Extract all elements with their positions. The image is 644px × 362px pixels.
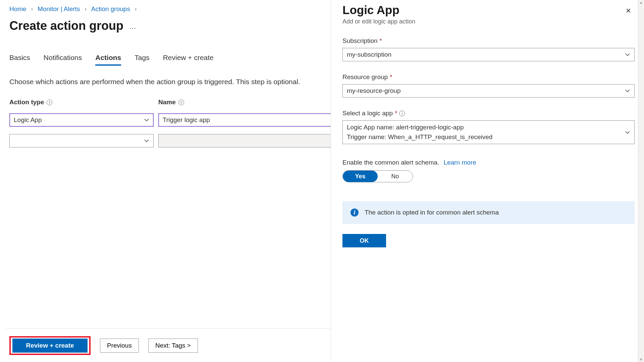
scrollbar[interactable]: ▲ ▼: [638, 0, 644, 362]
scroll-down-icon[interactable]: ▼: [640, 357, 643, 362]
col-header-name: Name: [158, 99, 176, 106]
toggle-yes[interactable]: Yes: [343, 171, 378, 182]
action-type-dropdown[interactable]: Logic App: [9, 113, 154, 127]
logic-app-panel: Logic App Add or edit logic app action ✕…: [331, 0, 644, 362]
subscription-label: Subscription: [342, 37, 378, 45]
chevron-right-icon: ›: [31, 6, 33, 12]
learn-more-link[interactable]: Learn more: [444, 159, 476, 166]
resource-group-value: my-resource-group: [347, 87, 401, 95]
more-actions-button[interactable]: ···: [129, 24, 136, 32]
panel-title: Logic App: [342, 3, 415, 17]
toggle-no[interactable]: No: [378, 171, 413, 182]
chevron-right-icon: ›: [135, 6, 137, 12]
action-type-value: Logic App: [14, 116, 42, 124]
chevron-down-icon: [625, 52, 630, 57]
notice-text: The action is opted in for common alert …: [365, 209, 499, 216]
logic-app-name-line: Logic App name: alert-triggered-logic-ap…: [347, 123, 492, 132]
select-logic-app-label: Select a logic app: [342, 110, 393, 117]
panel-subtitle: Add or edit logic app action: [342, 18, 415, 25]
chevron-down-icon: [625, 130, 630, 135]
action-name-input-disabled: [158, 134, 346, 147]
required-indicator: *: [395, 110, 397, 117]
common-schema-toggle[interactable]: Yes No: [342, 170, 413, 182]
subscription-dropdown[interactable]: my-subscription: [342, 48, 635, 61]
tab-actions[interactable]: Actions: [95, 52, 121, 66]
scroll-up-icon[interactable]: ▲: [640, 0, 643, 5]
col-header-action-type: Action type: [9, 99, 44, 106]
chevron-right-icon: ›: [85, 6, 86, 12]
subscription-value: my-subscription: [347, 51, 391, 58]
chevron-down-icon: [144, 138, 149, 143]
breadcrumb-action-groups[interactable]: Action groups: [91, 5, 130, 13]
chevron-down-icon: [625, 88, 630, 94]
close-icon[interactable]: ✕: [622, 3, 635, 18]
ok-button[interactable]: OK: [342, 234, 386, 247]
resource-group-label: Resource group: [342, 73, 388, 81]
info-icon: i: [351, 208, 359, 217]
highlight-review-create: Review + create: [9, 336, 91, 355]
info-icon[interactable]: i: [399, 111, 405, 116]
tab-tags[interactable]: Tags: [135, 52, 149, 66]
page-title: Create action group: [9, 19, 123, 33]
action-type-dropdown-empty[interactable]: [9, 134, 154, 147]
previous-button[interactable]: Previous: [100, 339, 139, 353]
tab-basics[interactable]: Basics: [9, 52, 30, 66]
tab-review-create[interactable]: Review + create: [163, 52, 214, 66]
action-name-value: Trigger logic app: [163, 116, 210, 124]
chevron-down-icon: [144, 117, 149, 123]
breadcrumb-monitor-alerts[interactable]: Monitor | Alerts: [38, 5, 80, 13]
logic-app-dropdown[interactable]: Logic App name: alert-triggered-logic-ap…: [342, 120, 635, 144]
trigger-name-line: Trigger name: When_a_HTTP_request_is_rec…: [347, 132, 492, 142]
info-icon[interactable]: i: [47, 100, 52, 105]
next-tags-button[interactable]: Next: Tags >: [148, 339, 198, 353]
breadcrumb-home[interactable]: Home: [9, 5, 26, 13]
tab-notifications[interactable]: Notifications: [44, 52, 82, 66]
resource-group-dropdown[interactable]: my-resource-group: [342, 84, 635, 98]
info-icon[interactable]: i: [178, 100, 184, 105]
action-name-input[interactable]: Trigger logic app ✓: [158, 113, 346, 127]
review-create-button[interactable]: Review + create: [12, 339, 88, 353]
required-indicator: *: [390, 73, 392, 81]
common-schema-label: Enable the common alert schema.: [342, 159, 439, 166]
schema-notice: i The action is opted in for common aler…: [342, 201, 635, 224]
required-indicator: *: [380, 37, 382, 45]
